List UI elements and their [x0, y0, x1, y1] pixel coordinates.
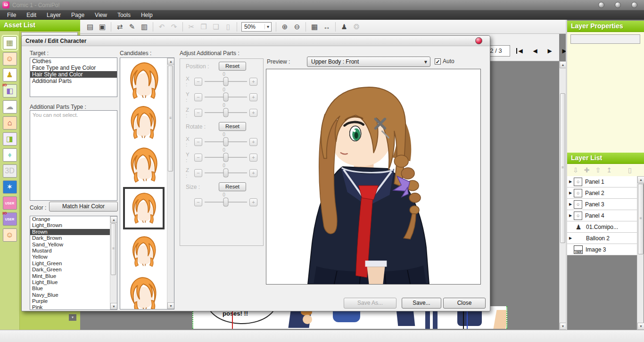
decrease-button[interactable]: − [194, 154, 202, 162]
scroll-up-icon[interactable]: ▲ [110, 216, 117, 223]
menu-layer[interactable]: Layer [41, 11, 66, 19]
asset-scroll-down-icon[interactable]: ▼ [69, 314, 76, 321]
color-item[interactable]: Sand_Yellow [30, 242, 110, 248]
character-face-asset-icon[interactable]: ☺ [3, 52, 17, 65]
scroll-down-icon[interactable]: ▼ [167, 302, 174, 309]
slider-thumb[interactable] [223, 198, 229, 207]
close-button[interactable]: Close [443, 298, 486, 309]
layer-row[interactable]: ▶☺Panel 3 [567, 199, 637, 210]
panel-asset-icon[interactable]: ▦ [3, 36, 17, 49]
move-top-icon[interactable]: ↥ [606, 166, 612, 174]
slider-thumb[interactable] [223, 108, 229, 117]
edit-page-icon[interactable]: ✎ [126, 22, 138, 32]
decrease-button[interactable]: − [194, 109, 202, 117]
zoom-in-icon[interactable]: ⊕ [279, 22, 290, 32]
target-list[interactable]: ClothesFace Type and Eye ColorHair Style… [30, 57, 117, 97]
image-asset-icon[interactable]: ✶ [3, 180, 17, 194]
decrease-button[interactable]: − [194, 78, 202, 86]
color-item[interactable]: Mint_Blue [30, 273, 110, 279]
color-item[interactable]: Light_Green [30, 261, 110, 267]
layer-row[interactable]: ▶☺Panel 4 [567, 210, 637, 221]
background-asset-icon[interactable]: ⌂ [3, 116, 17, 130]
color-item[interactable]: Purple [30, 298, 110, 304]
color-item[interactable]: Yellow [30, 254, 110, 260]
match-hair-color-button[interactable]: Match Hair Color [49, 202, 118, 212]
decrease-button[interactable]: − [194, 198, 202, 206]
fit-width-icon[interactable]: ↔ [321, 22, 332, 32]
dialog-close-button[interactable] [475, 37, 482, 44]
slider[interactable] [205, 81, 247, 82]
balloon-asset-icon[interactable]: ☁ [3, 100, 17, 114]
save-button[interactable]: Save... [402, 298, 441, 309]
close-button[interactable] [631, 2, 637, 8]
color-list[interactable]: OrangeLight_BrownBrownDark_BrownSand_Yel… [30, 216, 110, 309]
slider[interactable] [205, 112, 247, 113]
effect-asset-icon[interactable]: ♦ [3, 148, 17, 162]
candidate-list[interactable] [120, 58, 167, 309]
color-item[interactable]: Light_Brown [30, 222, 110, 228]
slider[interactable] [205, 202, 247, 203]
slider-thumb[interactable] [223, 93, 229, 102]
character-3d-asset-icon[interactable]: ◧3D [3, 84, 17, 98]
next-page-button[interactable]: ▶ [544, 46, 555, 56]
target-item[interactable]: Additional Parts [30, 78, 117, 84]
menu-file[interactable]: File [2, 11, 21, 19]
color-item[interactable]: Mustard [30, 248, 110, 254]
menu-tools[interactable]: Tools [112, 11, 136, 19]
zoom-level-select[interactable]: 50%▾ [241, 22, 272, 32]
print-icon[interactable]: ▤ [84, 22, 96, 32]
scroll-down-icon[interactable]: ▼ [560, 323, 566, 330]
slider[interactable] [205, 157, 247, 158]
hair-candidate[interactable] [123, 231, 165, 272]
export-icon[interactable]: ⇄ [114, 22, 125, 32]
print-setup-icon[interactable]: ▥ [139, 22, 150, 32]
target-item[interactable]: Face Type and Eye Color [30, 65, 117, 71]
decrease-button[interactable]: − [194, 93, 202, 101]
slider-thumb[interactable] [223, 153, 229, 162]
scroll-thumb[interactable] [560, 93, 565, 243]
slider[interactable] [205, 141, 247, 142]
increase-button[interactable]: + [249, 93, 257, 101]
hair-candidate[interactable] [123, 187, 165, 229]
fit-page-icon[interactable]: ▦ [309, 22, 320, 32]
move-down-icon[interactable]: ⇩ [573, 166, 578, 174]
layer-list-scrollbar[interactable]: ▲ ▼ [637, 176, 644, 330]
preview-view-select[interactable]: Upper Body : Front ▼ [307, 57, 430, 67]
color-item[interactable]: Blue [30, 285, 110, 292]
layer-row[interactable]: ▶☺Panel 2 [567, 187, 637, 199]
item-3d-asset-icon[interactable]: ◨ [3, 132, 17, 146]
target-item[interactable]: Hair Style and Color [30, 71, 117, 78]
maximize-button[interactable] [615, 2, 621, 8]
prev-page-button[interactable]: ◀ [529, 46, 541, 56]
reset-button[interactable]: Reset [219, 62, 246, 71]
slider-thumb[interactable] [223, 138, 229, 147]
slider[interactable] [205, 172, 247, 173]
user-3d-asset-icon[interactable]: USER3D [3, 212, 17, 226]
user-character-asset-icon[interactable]: USER [3, 196, 17, 210]
menu-page[interactable]: Page [66, 11, 90, 19]
slider-thumb[interactable] [223, 169, 229, 178]
increase-button[interactable]: + [249, 109, 257, 117]
expand-icon[interactable]: ▶ [567, 202, 574, 206]
reset-button[interactable]: Reset [219, 122, 246, 131]
expand-icon[interactable]: ▶ [567, 236, 574, 240]
scroll-up-icon[interactable]: ▲ [637, 176, 644, 183]
increase-button[interactable]: + [249, 154, 257, 162]
increase-button[interactable]: + [249, 138, 257, 146]
canvas-vertical-scrollbar[interactable]: ▲ ▼ [559, 61, 566, 330]
zoom-out-icon[interactable]: ⊖ [291, 22, 303, 32]
increase-button[interactable]: + [249, 169, 257, 177]
menu-help[interactable]: Help [136, 11, 158, 19]
decrease-button[interactable]: − [194, 138, 202, 146]
expand-icon[interactable]: ▶ [567, 179, 574, 184]
layer-row[interactable]: ▶USERImage 3 [567, 244, 637, 255]
color-list-scrollbar[interactable]: ▲ ▼ [110, 216, 117, 309]
increase-button[interactable]: + [249, 78, 257, 86]
slider[interactable] [205, 97, 247, 98]
color-item[interactable]: Pink [30, 304, 110, 309]
scroll-thumb[interactable] [168, 65, 173, 171]
scroll-down-icon[interactable]: ▼ [637, 323, 644, 330]
reset-button[interactable]: Reset [219, 182, 246, 191]
hair-candidate[interactable] [123, 274, 165, 309]
hair-candidate[interactable] [123, 60, 165, 100]
